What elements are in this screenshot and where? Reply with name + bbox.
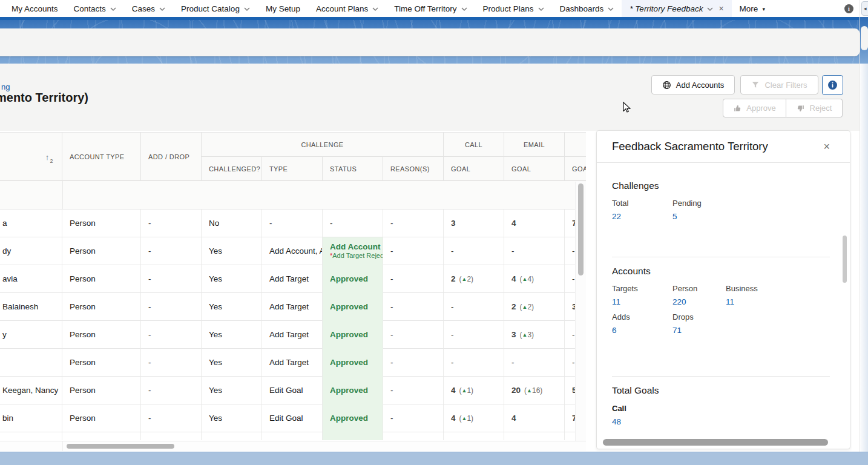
nav-item-my-setup[interactable]: My Setup: [258, 0, 308, 17]
nav-item-contacts[interactable]: Contacts: [66, 0, 124, 17]
stat-value-link[interactable]: 71: [672, 326, 682, 335]
approve-reject-group: Approve Reject: [723, 99, 843, 117]
nav-item-product-catalog[interactable]: Product Catalog: [173, 0, 258, 17]
column-header-goal-8[interactable]: GOAL: [504, 157, 565, 181]
table-vertical-scrollbar[interactable]: [575, 182, 586, 441]
column-header-type-4[interactable]: TYPE: [262, 157, 323, 181]
column-header-goal-9[interactable]: GOAL: [565, 157, 586, 181]
nav-item-label: More: [740, 4, 758, 13]
nav-item-dashboards[interactable]: Dashboards: [552, 0, 622, 17]
cell-challenge-status: Approved: [323, 404, 383, 432]
clear-filters-button[interactable]: Clear Filters: [740, 75, 818, 94]
goal-cell-content: -: [451, 246, 504, 256]
cell-account-type: Person: [62, 265, 141, 293]
goal-delta: (▲1): [459, 386, 474, 395]
table-row[interactable]: Person-YesAdd TargetApproved----: [0, 349, 586, 377]
column-header-challenged-3[interactable]: CHALLENGED?: [202, 157, 262, 181]
goal-value: 2: [451, 274, 456, 283]
panel-info-button[interactable]: [822, 75, 843, 95]
table-vertical-scrollbar-thumb[interactable]: [578, 183, 584, 275]
column-header-label: GOAL: [511, 165, 531, 173]
cell-name: a: [0, 209, 62, 237]
table-horizontal-scrollbar-thumb[interactable]: [67, 444, 174, 449]
column-header-goal-7[interactable]: GOAL: [444, 157, 504, 181]
breadcrumb[interactable]: ng: [1, 82, 10, 91]
panel-section-accounts: AccountsTargets11Person220Business11Adds…: [612, 266, 835, 335]
goal-value: -: [451, 302, 454, 311]
stat-value-link[interactable]: 220: [672, 297, 686, 306]
table-horizontal-scrollbar[interactable]: [0, 441, 586, 451]
nav-item-my-accounts[interactable]: My Accounts: [4, 0, 66, 17]
approve-button[interactable]: Approve: [723, 99, 786, 117]
right-edge-band: [860, 17, 868, 64]
cell-challenge-type: Add Target: [262, 265, 323, 293]
stat-value-link[interactable]: 11: [726, 297, 734, 306]
thumbs-up-icon: [733, 104, 741, 113]
main-content: ng mento Territory) Add Accounts Clear F…: [0, 64, 860, 452]
table-row[interactable]: dyPerson-YesAdd Account, AAdd Account A*…: [0, 237, 586, 265]
panel-section-total-goals: Total GoalsCall48Email: [612, 385, 835, 437]
cell-add-drop: -: [141, 209, 202, 237]
nav-item-label: My Setup: [266, 4, 300, 13]
goal-value: 20: [511, 386, 521, 395]
collapse-arrow-icon[interactable]: ◂: [861, 1, 868, 16]
nav-item-cases[interactable]: Cases: [124, 0, 173, 17]
stat-value-link[interactable]: 6: [612, 326, 617, 335]
column-header-account-type[interactable]: ACCOUNT TYPE: [62, 133, 141, 181]
stat-value-link[interactable]: 11: [612, 297, 620, 306]
nav-item-label: Dashboards: [560, 4, 604, 13]
table-row[interactable]: aviaPerson-YesAdd TargetApproved-2(▲2)4(…: [0, 265, 586, 293]
stat-total: Total22: [612, 199, 672, 222]
delta-up-icon: ▲: [462, 276, 467, 282]
stat-row: Adds6Drops71: [612, 312, 835, 335]
nav-item-time-off-territory[interactable]: Time Off Territory: [386, 0, 475, 17]
cell-call-goal: -: [444, 237, 504, 265]
table-row[interactable]: yPerson-YesAdd TargetApproved--3(▲3)-: [0, 321, 586, 349]
table-row[interactable]: aPerson-No---347: [0, 209, 586, 237]
add-accounts-button[interactable]: Add Accounts: [651, 75, 735, 94]
reject-button[interactable]: Reject: [786, 99, 843, 117]
chevron-down-icon: [372, 7, 378, 11]
goal-cell-content: -: [511, 358, 564, 367]
column-header-label: GOAL: [572, 165, 586, 173]
cell-challenge-status: Approved: [323, 265, 383, 293]
panel-vertical-scrollbar-thumb[interactable]: [843, 236, 847, 283]
globe-icon: [662, 81, 671, 90]
delta-up-icon: ▲: [527, 388, 532, 394]
cell-reasons: -: [383, 349, 444, 377]
table-row[interactable]: binPerson-YesEdit GoalApproved-4(▲1)47: [0, 404, 586, 432]
chevron-down-icon: [110, 7, 116, 11]
cell-add-drop: -: [141, 349, 202, 377]
table-row[interactable]: Keegan, NancyPerson-YesEdit GoalApproved…: [0, 377, 586, 404]
column-header-status-5[interactable]: STATUS: [323, 157, 383, 181]
nav-item-account-plans[interactable]: Account Plans: [308, 0, 386, 17]
column-header-blank[interactable]: ↑2: [0, 133, 62, 181]
nav-item-label: Product Plans: [483, 4, 534, 13]
column-header-reason-s-6[interactable]: REASON(S): [383, 157, 444, 181]
panel-horizontal-scrollbar-thumb[interactable]: [603, 439, 828, 446]
cell-challenged: Yes: [202, 349, 262, 377]
cell-email-goal: 4: [504, 404, 565, 432]
info-icon[interactable]: i: [844, 4, 853, 13]
table-row[interactable]: BalaineshPerson-YesAdd TargetApproved--2…: [0, 293, 586, 321]
goal-value: -: [451, 358, 454, 367]
goal-total-link[interactable]: 48: [612, 417, 621, 426]
cell-email-goal: 4: [504, 209, 565, 237]
table-filter-row[interactable]: [0, 181, 586, 209]
column-header-add-drop[interactable]: ADD / DROP: [141, 133, 202, 181]
stat-value-link[interactable]: 22: [612, 212, 621, 221]
nav-item-product-plans[interactable]: Product Plans: [475, 0, 552, 17]
cell-challenged: Yes: [202, 293, 262, 321]
stat-value-link[interactable]: 5: [672, 212, 677, 221]
tab-close-icon[interactable]: ×: [718, 4, 723, 13]
section-heading: Accounts: [612, 266, 835, 277]
column-header-label: GOAL: [451, 165, 470, 173]
nav-item-more[interactable]: More▾: [732, 0, 773, 17]
nav-item-territory-feedback[interactable]: * Territory Feedback×: [622, 0, 731, 17]
sort-order: 2: [50, 158, 53, 164]
group-header-blank: [565, 133, 586, 157]
goal-value: 4: [511, 274, 516, 283]
delta-up-icon: ▲: [522, 304, 528, 310]
page-scrollbar-thumb[interactable]: [861, 26, 868, 50]
close-icon[interactable]: ×: [820, 140, 833, 153]
